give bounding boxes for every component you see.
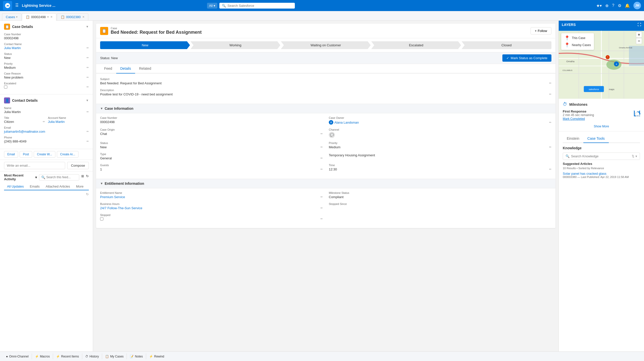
priority-edit[interactable]: ✏ — [87, 66, 89, 69]
case-origin-edit[interactable]: ✏ — [320, 132, 323, 135]
favorites-icon[interactable]: ★▾ — [596, 3, 602, 8]
entitlement-name-edit[interactable]: ✏ — [320, 195, 323, 199]
tab-related[interactable]: Related — [135, 64, 155, 73]
tab-more[interactable]: More — [73, 183, 87, 190]
refresh-feed-icon[interactable]: ↻ — [86, 192, 89, 196]
escalated-edit[interactable]: ✏ — [87, 85, 89, 89]
search-scope-selector[interactable]: All ▾ — [207, 3, 217, 9]
mark-completed-link[interactable]: Mark Completed — [563, 117, 585, 121]
time-edit[interactable]: ✏ — [549, 168, 551, 171]
case-owner-edit[interactable]: ✏ — [549, 121, 551, 124]
app-launcher-icon[interactable]: ⠿ — [15, 3, 19, 9]
zoom-out-button[interactable]: − — [636, 38, 642, 44]
knowledge-sort[interactable]: ⇅ ▾ — [632, 154, 637, 158]
guests-edit[interactable]: ✏ — [320, 168, 323, 171]
case-owner-link[interactable]: Alana Landsman — [334, 121, 359, 124]
knowledge-search-input[interactable] — [571, 154, 630, 158]
tab-attached-articles[interactable]: Attached Articles — [43, 183, 73, 190]
email-button[interactable]: Email — [4, 151, 18, 158]
name-edit[interactable]: ✏ — [87, 110, 89, 114]
tab-00002498-dropdown[interactable]: ▾ — [47, 15, 49, 19]
business-hours-link[interactable]: 24/7 Follow-The-Sun Service — [100, 206, 142, 210]
step-closed[interactable]: Closed — [462, 41, 551, 49]
email-edit[interactable]: ✏ — [87, 130, 89, 133]
rewind-item[interactable]: ⚡ Rewind — [146, 352, 167, 361]
tab-00002380[interactable]: 📋 00002380 ✕ — [57, 13, 88, 20]
search-input[interactable] — [227, 4, 292, 8]
filter-icon[interactable]: ⊞ — [81, 174, 84, 180]
case-info-section-header[interactable]: ▼ Case Information — [96, 104, 555, 113]
avatar[interactable]: JM — [633, 2, 641, 9]
activity-search[interactable]: 🔍 — [39, 174, 79, 180]
contact-name-edit[interactable]: ✏ — [87, 46, 89, 50]
zoom-in-button[interactable]: + — [636, 32, 642, 38]
priority-detail-edit[interactable]: ✏ — [549, 146, 551, 149]
entitlement-name-link[interactable]: Premium Service — [100, 195, 125, 199]
status-edit[interactable]: ✏ — [87, 56, 89, 59]
account-name-link[interactable]: Julia Martin — [48, 120, 65, 124]
escalated-checkbox[interactable] — [4, 85, 7, 89]
step-escalated[interactable]: Escalated — [371, 41, 461, 49]
step-new[interactable]: New — [100, 41, 190, 49]
case-info-chevron: ▼ — [100, 107, 103, 110]
recent-items-item[interactable]: ⚡ Recent Items — [53, 352, 82, 361]
description-value: Positive test for COVID-19 - need bed as… — [100, 92, 551, 96]
tab-00002498-close[interactable]: ✕ — [50, 15, 53, 19]
step-waiting[interactable]: Waiting on Customer — [281, 41, 371, 49]
article-title-0[interactable]: Solar panel has cracked glass — [563, 172, 640, 175]
tab-feed[interactable]: Feed — [100, 64, 116, 73]
notifications-icon[interactable]: 🔔 — [625, 3, 630, 8]
settings-icon[interactable]: ⚙ — [618, 3, 621, 8]
compose-button[interactable]: Compose — [67, 162, 89, 169]
tab-emails[interactable]: Emails — [27, 183, 43, 190]
phone-edit[interactable]: ✏ — [87, 140, 89, 143]
tab-dropdown-icon[interactable]: ▾ — [16, 15, 18, 19]
my-cases-item[interactable]: 📋 My Cases — [102, 352, 127, 361]
post-button[interactable]: Post — [20, 151, 32, 158]
tab-details[interactable]: Details — [116, 64, 135, 74]
follow-button[interactable]: + Follow — [531, 27, 551, 34]
case-owner-avatar: A — [329, 120, 333, 125]
entitlement-section-header[interactable]: ▼ Entitlement Information — [96, 179, 555, 188]
case-details-collapse[interactable]: ▼ — [86, 25, 89, 28]
case-reason-edit[interactable]: ✏ — [87, 76, 89, 79]
show-more-link[interactable]: Show More — [563, 123, 640, 128]
omni-channel-item[interactable]: ● Omni-Channel — [3, 352, 32, 361]
create-w-button[interactable]: Create W... — [34, 151, 55, 158]
global-search-box[interactable]: 🔍 — [219, 3, 295, 9]
contact-details-collapse[interactable]: ▼ — [86, 99, 89, 102]
tab-case-tools[interactable]: Case Tools — [583, 134, 609, 143]
notes-item[interactable]: 📝 Notes — [127, 352, 146, 361]
macros-item[interactable]: ⚡ Macros — [32, 352, 53, 361]
add-icon[interactable]: ⊕ — [605, 3, 609, 8]
expand-map-icon[interactable]: ⛶ — [637, 23, 641, 27]
stopped-label: Stopped — [100, 213, 323, 216]
tab-cases[interactable]: Cases ▾ — [2, 13, 21, 20]
title-edit[interactable]: ✏ — [43, 120, 45, 123]
tab-00002498[interactable]: 📋 00002498 ▾ ✕ — [22, 13, 56, 21]
description-edit[interactable]: ✏ — [549, 93, 551, 96]
status-detail-edit[interactable]: ✏ — [320, 146, 323, 149]
subject-edit[interactable]: ✏ — [549, 82, 551, 85]
tab-00002380-close[interactable]: ✕ — [82, 15, 85, 19]
business-hours-edit[interactable]: ✏ — [320, 206, 323, 210]
history-item[interactable]: ⏱ History — [82, 352, 102, 361]
refresh-icon[interactable]: ↻ — [86, 174, 89, 180]
compose-input[interactable] — [4, 162, 65, 169]
knowledge-search[interactable]: 🔍 ⇅ ▾ — [563, 153, 640, 160]
tab-all-updates[interactable]: All Updates — [4, 183, 27, 190]
stopped-edit[interactable]: ✏ — [320, 217, 323, 221]
contact-name-link[interactable]: Julia Martin — [4, 46, 21, 50]
tab-einstein[interactable]: Einstein — [563, 134, 583, 142]
step-working[interactable]: Working — [190, 41, 280, 49]
field-type: Type General ✏ — [100, 153, 323, 160]
mark-complete-button[interactable]: ✓ Mark Status as Complete — [502, 54, 551, 62]
field-time: Time 12:30 ✏ — [329, 164, 551, 171]
activity-search-input[interactable] — [46, 175, 77, 179]
email-link[interactable]: juliamartin5@mailinator.com — [4, 130, 45, 133]
create-ar-button[interactable]: Create Ar... — [57, 151, 78, 158]
type-edit[interactable]: ✏ — [320, 157, 323, 160]
help-icon[interactable]: ? — [612, 3, 614, 8]
activity-label[interactable]: Most Recent Activity ▾ — [4, 173, 37, 181]
stopped-checkbox[interactable] — [100, 217, 103, 221]
